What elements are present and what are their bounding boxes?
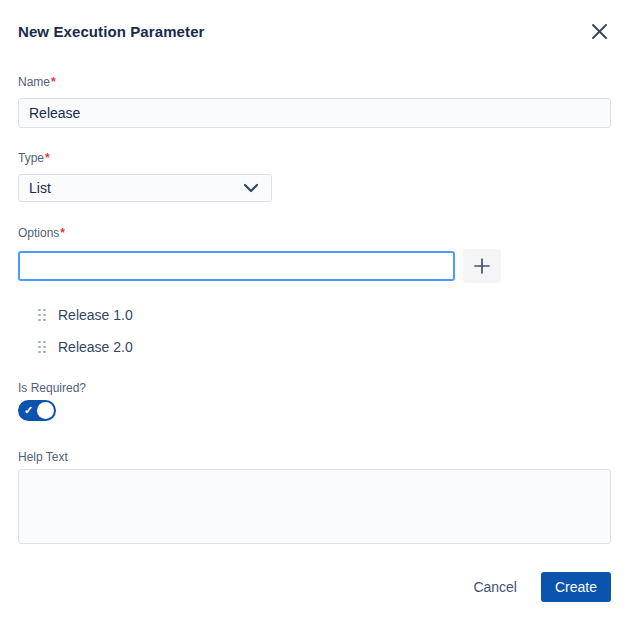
option-list-item: Release 1.0: [18, 307, 611, 323]
cancel-button[interactable]: Cancel: [473, 579, 517, 595]
help-text-field-label: Help Text: [18, 450, 611, 465]
type-field-label: Type*: [18, 151, 611, 166]
type-select[interactable]: List: [18, 174, 272, 202]
options-input-row: [18, 249, 611, 283]
is-required-field-label: Is Required?: [18, 381, 611, 396]
dialog-footer: Cancel Create: [18, 572, 611, 602]
help-text-textarea[interactable]: [18, 469, 611, 544]
is-required-toggle[interactable]: ✓: [18, 400, 56, 421]
name-field-label: Name*: [18, 75, 611, 90]
drag-handle-icon[interactable]: [38, 309, 46, 322]
dialog-header: New Execution Parameter: [18, 0, 611, 42]
dialog-title: New Execution Parameter: [18, 23, 205, 40]
type-select-value: List: [29, 180, 51, 196]
required-asterisk: *: [45, 151, 50, 165]
plus-icon: [472, 256, 492, 276]
option-list-item: Release 2.0: [18, 339, 611, 355]
add-option-button[interactable]: [463, 249, 501, 283]
check-icon: ✓: [24, 404, 33, 417]
name-label-text: Name: [18, 75, 50, 89]
type-label-text: Type: [18, 151, 44, 165]
new-execution-parameter-dialog: New Execution Parameter Name* Type* List…: [0, 0, 629, 620]
options-label-text: Options: [18, 226, 59, 240]
toggle-knob: [37, 402, 54, 419]
options-list: Release 1.0 Release 2.0: [18, 307, 611, 355]
close-button[interactable]: [587, 19, 611, 43]
options-field-label: Options*: [18, 226, 611, 241]
required-asterisk: *: [51, 75, 56, 89]
name-input[interactable]: [18, 98, 611, 128]
chevron-down-icon: [243, 183, 259, 193]
create-button[interactable]: Create: [541, 572, 611, 602]
options-input[interactable]: [18, 251, 455, 281]
option-item-label: Release 2.0: [58, 339, 133, 355]
option-item-label: Release 1.0: [58, 307, 133, 323]
required-asterisk: *: [60, 226, 65, 240]
drag-handle-icon[interactable]: [38, 341, 46, 354]
close-icon: [591, 23, 608, 40]
